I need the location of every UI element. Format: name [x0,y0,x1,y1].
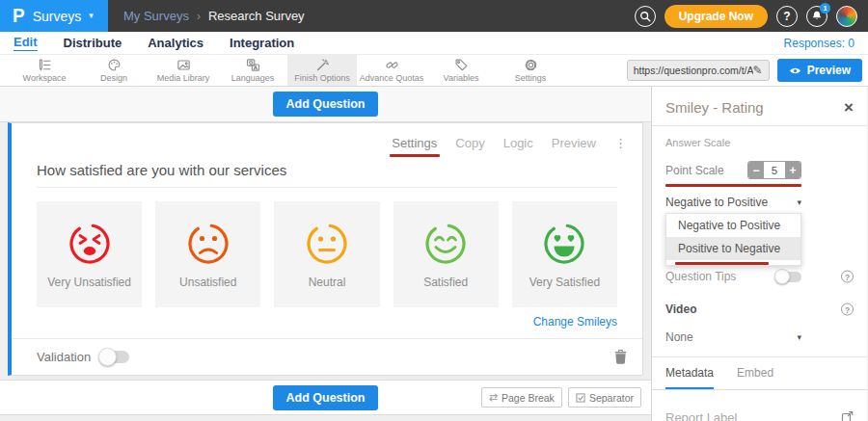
question-tips-toggle[interactable] [776,272,801,282]
smiley-option-very-satisfied[interactable]: Very Satisfied [512,201,617,307]
annotation-underline-point-scale [665,184,801,187]
toolbar-item-languages[interactable]: Languages [218,55,287,86]
tab-distribute[interactable]: Distribute [64,36,122,51]
decrease-button[interactable]: − [748,162,764,178]
notifications-button[interactable]: 1 [806,6,827,27]
validation-label: Validation [37,350,91,364]
video-select[interactable]: None ▾ [665,330,801,344]
option-positive-to-negative[interactable]: Positive to Negative [666,237,800,260]
chevron-down-icon: ▾ [797,197,801,207]
point-scale-stepper: − 5 + [747,161,801,179]
point-scale-label: Point Scale [665,164,724,177]
scale-direction-value: Negative to Positive [665,196,768,209]
panel-title: Smiley - Rating [665,99,764,116]
change-smileys-link[interactable]: Change Smileys [37,315,617,329]
chain-link-icon [384,58,400,72]
checkbox-icon [576,393,585,403]
close-panel-icon[interactable]: × [844,101,854,115]
panel-tab-embed[interactable]: Embed [737,366,773,389]
add-question-bottom-button[interactable]: Add Question [273,385,379,410]
separator-button[interactable]: Separator [568,387,641,408]
option-negative-to-positive[interactable]: Negative to Positive [666,214,800,237]
smiley-option-satisfied[interactable]: Satisfied [393,201,499,307]
breadcrumb-separator-icon: › [197,10,201,23]
notification-badge: 1 [820,3,830,13]
survey-url-field[interactable]: https://questionpro.com/t/A ✎ [627,60,770,81]
chevron-down-icon: ▾ [797,332,801,342]
smiley-label: Very Satisfied [529,276,600,289]
smiley-very-satisfied-icon [541,221,587,267]
page-break-icon: ⇄ [489,391,498,404]
question-tab-settings[interactable]: Settings [392,136,437,157]
survey-url-value: https://questionpro.com/t/A [634,65,753,76]
questionpro-logo: P [13,5,25,27]
help-button[interactable]: ? [776,6,798,27]
smiley-option-unsatisfied[interactable]: Unsatisfied [155,201,260,307]
toolbar-item-finish-options[interactable]: Finish Options [287,55,357,86]
workspace-icon [37,58,53,72]
validation-row: Validation [12,338,642,375]
edit-url-icon[interactable]: ✎ [753,64,763,77]
question-tips-label: Question Tips [665,270,736,283]
breadcrumb-current: Research Survey [208,9,305,23]
smiley-option-neutral[interactable]: Neutral [274,201,379,307]
point-scale-value: 5 [764,162,785,178]
top-header: P Surveys ▾ My Surveys › Research Survey… [0,0,868,32]
toolbar-item-variables[interactable]: Variables [426,55,496,86]
answer-scale-label: Answer Scale [665,137,854,148]
smiley-satisfied-icon [422,221,469,267]
smiley-very-unsatisfied-icon [67,221,113,267]
search-button[interactable] [635,6,656,27]
page-break-button[interactable]: ⇄ Page Break [481,387,562,408]
add-question-top-band: Add Question [0,87,651,122]
breadcrumb: My Surveys › Research Survey [123,9,305,23]
toolbar-item-advance-quotas[interactable]: Advance Quotas [357,55,426,86]
tag-icon [453,58,470,72]
increase-button[interactable]: + [785,162,800,178]
question-tab-logic[interactable]: Logic [503,136,533,150]
survey-nav: Edit Distribute Analytics Integration Re… [0,32,868,55]
delete-question-icon[interactable] [614,350,627,364]
report-label-input[interactable] [665,408,828,421]
question-more-menu-icon[interactable]: ⋮ [614,136,627,150]
question-tab-copy[interactable]: Copy [455,136,484,150]
video-help-icon[interactable]: ? [841,303,854,316]
product-switcher[interactable]: P Surveys ▾ [0,0,108,32]
magic-wand-icon [314,58,331,72]
scale-direction-select[interactable]: Negative to Positive ▾ [665,196,801,209]
toolbar-item-settings[interactable]: Settings [496,55,565,86]
smiley-unsatisfied-icon [185,221,231,267]
toolbar-item-workspace[interactable]: Workspace [10,55,79,86]
search-icon [639,11,651,22]
toolbar-item-media-library[interactable]: Media Library [149,55,218,86]
preview-button[interactable]: Preview [777,59,862,82]
tab-integration[interactable]: Integration [230,36,294,51]
edit-toolbar: Workspace Design Media Library Languages… [0,55,868,87]
responses-count[interactable]: Responses: 0 [784,37,854,50]
translate-icon [245,58,261,72]
tab-analytics[interactable]: Analytics [148,36,203,51]
open-external-icon[interactable] [841,410,854,421]
question-settings-panel: Smiley - Rating × Answer Scale Point Sca… [652,87,867,421]
question-title[interactable]: How satisfied are you with our services [37,162,617,188]
panel-tab-metadata[interactable]: Metadata [665,366,714,389]
smiley-option-very-unsatisfied[interactable]: Very Unsatisfied [37,201,142,307]
smiley-neutral-icon [304,221,350,267]
toolbar-item-design[interactable]: Design [79,55,149,86]
tab-edit[interactable]: Edit [14,35,38,51]
smiley-scale: Very Unsatisfied Unsatisfied [37,201,617,307]
gear-icon [523,58,539,72]
upgrade-now-button[interactable]: Upgrade Now [665,5,768,28]
smiley-label: Neutral [309,276,346,289]
add-question-top-button[interactable]: Add Question [273,92,379,117]
video-label: Video [665,303,696,316]
smiley-label: Very Unsatisfied [47,276,131,289]
image-icon [176,58,192,72]
validation-toggle[interactable] [100,351,129,363]
question-tips-help-icon[interactable]: ? [841,271,854,283]
question-tab-preview[interactable]: Preview [552,136,596,150]
palette-icon [106,58,122,72]
avatar[interactable] [836,6,857,27]
breadcrumb-parent[interactable]: My Surveys [123,9,189,23]
annotation-underline-settings [390,154,441,157]
